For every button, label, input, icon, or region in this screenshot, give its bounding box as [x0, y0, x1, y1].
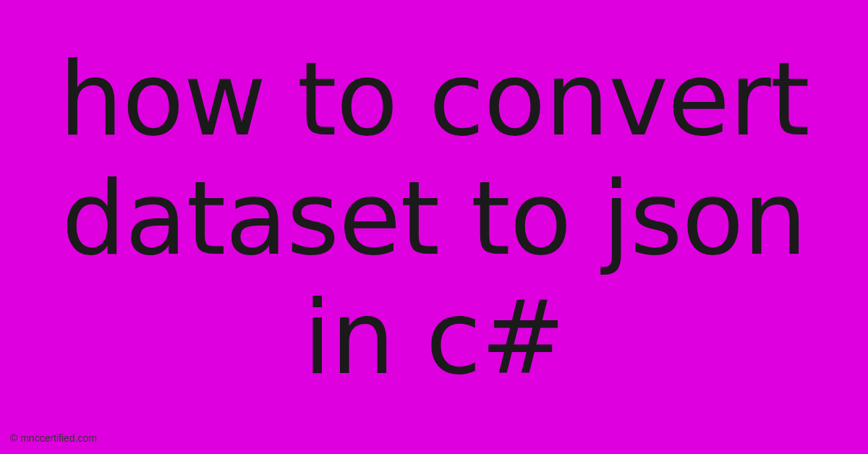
attribution-text: © mnccertified.com	[10, 432, 97, 444]
title-line-1: how to convert	[0, 40, 868, 159]
title-line-2: dataset to json	[0, 159, 868, 278]
title-line-3: in c#	[0, 278, 868, 398]
page-title: how to convert dataset to json in c#	[0, 0, 868, 398]
